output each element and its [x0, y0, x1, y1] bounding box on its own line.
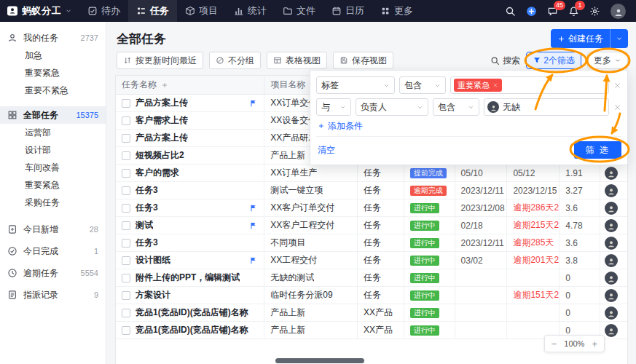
row-checkbox[interactable] — [122, 186, 130, 195]
flag-icon — [249, 221, 258, 230]
filter-field-select[interactable]: 标签 — [316, 76, 395, 94]
horizontal-scrollbar[interactable] — [275, 358, 364, 363]
filter-button[interactable]: 2个筛选 — [526, 52, 581, 69]
row-checkbox[interactable] — [122, 99, 130, 108]
row-checkbox[interactable] — [122, 151, 130, 160]
sidebar-item[interactable]: 设计部 — [0, 141, 106, 159]
filter-operator-select[interactable]: 包含 — [433, 98, 479, 116]
remove-condition-icon[interactable] — [613, 82, 621, 90]
zoom-out-button[interactable]: − — [551, 339, 557, 349]
table-row[interactable]: 方案设计临时任务分派09任务进行中逾期151天2...0 — [116, 287, 627, 304]
group-button[interactable]: 不分组 — [209, 52, 261, 69]
sidebar-item[interactable]: 运营部 — [0, 124, 106, 141]
table-row[interactable]: 客户的需求XX订单生产任务提前完成05/1005/121.91 — [116, 165, 627, 182]
row-checkbox[interactable] — [122, 291, 130, 300]
filter-field-select[interactable]: 负责人 — [356, 98, 428, 116]
column-task-name[interactable]: 任务名称 — [116, 76, 264, 94]
filter-logic-select[interactable]: 与 — [316, 98, 351, 116]
nav-item-todo[interactable]: 待办 — [79, 0, 128, 22]
apply-filter-button[interactable]: 筛 选 — [574, 141, 621, 159]
add-condition-button[interactable]: 添加条件 — [318, 120, 621, 132]
sidebar-item[interactable]: 重要紧急 — [0, 176, 106, 194]
sidebar-item[interactable]: 重要紧急 — [0, 64, 106, 82]
sidebar-item[interactable]: 我的任务2737 — [0, 29, 106, 47]
row-checkbox[interactable] — [122, 169, 130, 178]
table-row[interactable]: 设计图纸XX工程交付任务进行中03/02逾期201天2...3.8 — [116, 252, 627, 269]
sidebar-item[interactable]: 指派记录9 — [0, 284, 106, 306]
assignee-avatar[interactable] — [605, 202, 618, 215]
chevron-down-icon[interactable] — [611, 29, 628, 48]
create-task-button[interactable]: 创建任务 — [551, 29, 628, 48]
status-cell: 提前完成 — [404, 165, 455, 181]
gear-icon[interactable] — [589, 6, 600, 17]
row-checkbox[interactable] — [122, 326, 130, 335]
table-row[interactable]: 竞品1(竞品ID)(竞品店铺)名称产品上新XX产品进行中0 — [116, 304, 627, 322]
sidebar-item[interactable]: 全部任务15375 — [0, 106, 106, 124]
assignee-avatar[interactable] — [605, 237, 618, 250]
filter-value-input[interactable]: 无缺 — [484, 98, 609, 116]
add-column-icon[interactable] — [161, 82, 168, 89]
sidebar-item[interactable]: 重要不紧急 — [0, 82, 106, 99]
doc-add-icon — [7, 224, 18, 234]
row-checkbox[interactable] — [122, 239, 130, 248]
assignee-avatar[interactable] — [605, 167, 618, 180]
row-checkbox[interactable] — [122, 116, 130, 125]
quick-create-icon[interactable] — [526, 6, 537, 17]
sidebar-item[interactable]: 采购任务 — [0, 194, 106, 211]
more-button[interactable]: 更多 — [587, 52, 628, 69]
filter-condition-row: 与 负责人 包含 无缺 — [316, 98, 621, 116]
table-row[interactable]: 任务3XX客户订单交付任务进行中2023/12/08逾期286天2...3.6 — [116, 199, 627, 217]
save-view-button[interactable]: 保存视图 — [333, 52, 393, 69]
table-row[interactable]: 任务3不同项目任务进行中2023/12/11逾期285天3.6 — [116, 234, 627, 252]
nav-item-grid-dots[interactable]: 更多 — [372, 0, 421, 22]
assignee-avatar[interactable] — [605, 219, 618, 232]
assignee-avatar[interactable] — [605, 184, 618, 197]
zoom-in-button[interactable]: + — [592, 339, 597, 349]
sort-button[interactable]: 按更新时间最近 — [117, 52, 203, 69]
sidebar-item[interactable]: 车间改善 — [0, 159, 106, 176]
row-checkbox[interactable] — [122, 256, 130, 265]
sidebar-item[interactable]: 今日新增28 — [0, 218, 106, 240]
search-button[interactable]: 搜索 — [490, 55, 520, 67]
remove-tag-icon[interactable] — [492, 82, 498, 88]
assignee-avatar[interactable] — [605, 272, 618, 285]
nav-item-box[interactable]: 项目 — [177, 0, 226, 22]
row-checkbox[interactable] — [122, 221, 130, 230]
assignee-avatar[interactable] — [605, 306, 618, 320]
row-checkbox[interactable] — [122, 274, 130, 282]
filter-operator-select[interactable]: 包含 — [399, 76, 446, 94]
nav-item-folder[interactable]: 文件 — [275, 0, 323, 22]
nav-item-calendar[interactable]: 日历 — [323, 0, 372, 22]
flag-icon — [249, 256, 258, 265]
assignee-avatar[interactable] — [605, 324, 618, 337]
message-icon[interactable]: 45 — [547, 6, 558, 17]
app-logo[interactable]: 蚂蚁分工 — [0, 4, 79, 17]
view-button[interactable]: 表格视图 — [267, 52, 327, 69]
table-row[interactable]: 附件上传的PPT，编辑测试无缺的测试任务进行中0 — [116, 269, 627, 287]
status-cell: 进行中 — [404, 217, 455, 234]
user-avatar[interactable] — [611, 4, 626, 19]
nav-item-list[interactable]: 任务 — [128, 0, 177, 22]
assignee-avatar[interactable] — [605, 254, 618, 267]
row-checkbox[interactable] — [122, 134, 130, 143]
remove-condition-icon[interactable] — [613, 103, 621, 111]
clear-filters-link[interactable]: 清空 — [318, 144, 335, 157]
nav-item-chart[interactable]: 统计 — [226, 0, 275, 22]
app-title: 蚂蚁分工 — [22, 4, 61, 17]
nav-label: 任务 — [150, 4, 169, 17]
top-nav: 待办任务项目统计文件日历更多 — [79, 0, 421, 22]
row-checkbox[interactable] — [122, 204, 130, 213]
table-row[interactable]: 测试XX客户工程交付任务进行中02/18逾期215天22...4.78 — [116, 217, 627, 234]
task-name-cell: 短视频占比2 — [116, 147, 264, 164]
bell-icon[interactable]: 1 — [568, 6, 579, 17]
search-icon[interactable] — [505, 6, 516, 17]
assignee-avatar[interactable] — [605, 289, 618, 302]
sidebar-item[interactable]: 加急 — [0, 47, 106, 64]
status-badge: 进行中 — [410, 308, 439, 318]
end-date — [507, 304, 560, 321]
sidebar-item[interactable]: 今日完成1 — [0, 240, 106, 262]
filter-value-input[interactable]: 重要紧急 — [450, 76, 609, 94]
sidebar-item[interactable]: 逾期任务5554 — [0, 262, 106, 284]
row-checkbox[interactable] — [122, 309, 130, 317]
table-row[interactable]: 任务3测试一键立项任务逾期完成2023/12/112023/12/153.27 — [116, 182, 627, 199]
